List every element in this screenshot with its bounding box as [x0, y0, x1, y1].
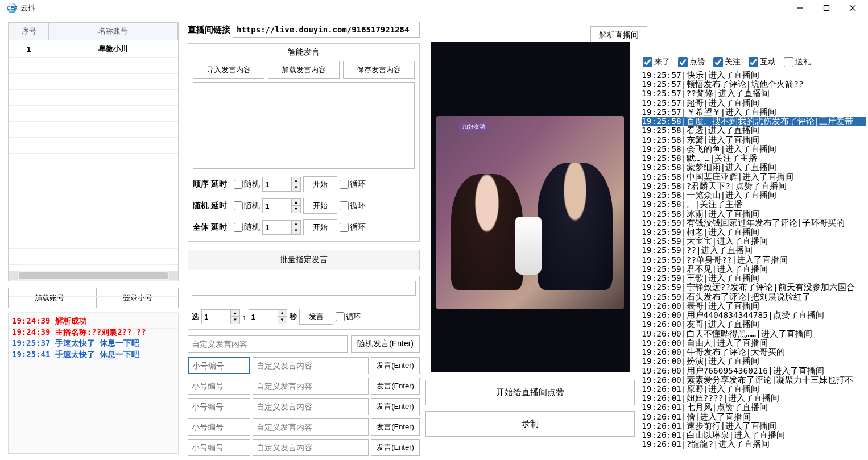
feed-row[interactable]: 19:26:00|自由人|进入了直播间 — [642, 338, 866, 347]
feed-row[interactable]: 19:25:58|蒙梦细雨|进入了直播间 — [642, 163, 866, 172]
feed-row[interactable]: 19:26:01|原野|进入了直播间 — [642, 384, 866, 393]
sub-speak-button[interactable]: 发言(Enter) — [371, 378, 420, 395]
spin-up-icon[interactable]: ▲ — [230, 310, 239, 317]
random-speak-button[interactable]: 随机发言(Enter) — [351, 335, 420, 353]
sub-number-input[interactable] — [188, 398, 250, 415]
save-content-button[interactable]: 保存发言内容 — [343, 61, 415, 79]
feed-row[interactable]: 19:25:58|冰雨|进入了直播间 — [642, 209, 866, 218]
spin-down-icon[interactable]: ▼ — [278, 317, 287, 324]
feed-row[interactable]: 19:25:57|??梵修|进入了直播间 — [642, 89, 866, 98]
loop-checkbox[interactable] — [340, 180, 349, 189]
sub-speak-button[interactable]: 发言(Enter) — [371, 418, 420, 436]
feed-row[interactable]: 19:26:00|素素爱分享发布了评论|凝聚力十三妹也打不 — [642, 375, 866, 384]
sub-speak-button[interactable]: 发言(Enter) — [371, 439, 420, 456]
sub-content-input[interactable] — [253, 418, 369, 436]
delay-value-input[interactable] — [263, 221, 291, 234]
feed-row[interactable]: 19:25:59|有钱没钱回家过年发布了评论|子环哥买的 — [642, 218, 866, 227]
feed-row[interactable]: 19:25:57|超哥|进入了直播间 — [642, 98, 866, 107]
filter-checkbox[interactable] — [749, 57, 758, 67]
filter-option[interactable]: 关注 — [713, 57, 741, 67]
feed-row[interactable]: 19:26:00|扮演|进入了直播间 — [642, 357, 866, 366]
feed-row[interactable]: 19:25:58|默… …|关注了主播 — [642, 154, 866, 163]
feed-row[interactable]: 19:26:00|友哥|进入了直播间 — [642, 320, 866, 329]
feed-row[interactable]: 19:25:57|快乐|进入了直播间 — [642, 71, 866, 80]
feed-row[interactable]: 19:26:00|表哥|进入了直播间 — [642, 301, 866, 310]
loop-checkbox[interactable] — [340, 223, 349, 232]
random-checkbox[interactable] — [234, 180, 243, 189]
select-spin-1[interactable] — [202, 310, 230, 324]
spin-down-icon[interactable]: ▼ — [291, 184, 300, 191]
spin-up-icon[interactable]: ▲ — [291, 221, 300, 227]
feed-row[interactable]: 19:25:59|大宝宝|进入了直播间 — [642, 237, 866, 246]
sub-speak-button[interactable]: 发言(Enter) — [371, 398, 420, 415]
feed-row[interactable]: 19:26:00|用户4404834344785|点赞了直播间 — [642, 310, 866, 320]
feed-row[interactable]: 19:25:58|百度。搜不到我的悲伤发布了评论|三斤爱带 — [642, 117, 866, 126]
event-feed[interactable]: 19:25:57|快乐|进入了直播间19:25:57|顿悟发布了评论|坑他个火箭… — [642, 71, 866, 460]
feed-row[interactable]: 19:25:58|中国棐庄亚辉|进入了直播间 — [642, 172, 866, 181]
speak-button[interactable]: 发言 — [299, 309, 333, 325]
filter-checkbox[interactable] — [643, 57, 652, 67]
feed-row[interactable]: 19:25:58|一览众山|进入了直播间 — [642, 190, 866, 200]
minimize-button[interactable] — [787, 0, 813, 16]
start-like-button[interactable]: 开始给直播间点赞 — [425, 380, 635, 405]
random-checkbox[interactable] — [234, 223, 243, 232]
feed-row[interactable]: 19:25:59|石头发布了评论|把刘晨说脸红了 — [642, 292, 866, 301]
sub-number-input[interactable] — [188, 357, 250, 374]
feed-row[interactable]: 19:25:59|王歌|进入了直播间 — [642, 273, 866, 283]
start-button[interactable]: 开始 — [303, 176, 337, 192]
custom-content-input[interactable] — [188, 335, 348, 353]
record-button[interactable]: 录制 — [425, 411, 635, 437]
feed-row[interactable]: 19:25:59|君不见|进入了直播间 — [642, 264, 866, 273]
filter-option[interactable]: 互动 — [749, 57, 776, 67]
feed-row[interactable]: 19:26:00|牛哥发布了评论|大哥买的 — [642, 347, 866, 357]
feed-row[interactable]: 19:25:59|柯老|进入了直播间 — [642, 227, 866, 237]
load-content-button[interactable]: 加载发言内容 — [268, 61, 340, 79]
feed-row[interactable]: 19:25:57|顿悟发布了评论|坑他个火箭?? — [642, 80, 866, 89]
table-row[interactable]: 1卑微小川 — [9, 40, 178, 58]
feed-row[interactable]: 19:25:58|东篱|进入了直播间 — [642, 135, 866, 144]
spin-down-icon[interactable]: ▼ — [291, 227, 300, 234]
feed-row[interactable]: 19:26:01|妞妞????|进入了直播间 — [642, 393, 866, 403]
filter-checkbox[interactable] — [784, 57, 793, 67]
feed-row[interactable]: 19:26:00|白天不懂晔得黑……|进入了直播间 — [642, 329, 866, 338]
sub-content-input[interactable] — [253, 398, 369, 415]
filter-option[interactable]: 点赞 — [678, 57, 705, 67]
feed-row[interactable]: 19:26:00|用户7660954360216|进入了直播间 — [642, 366, 866, 375]
sub-number-input[interactable] — [188, 378, 250, 395]
spin-down-icon[interactable]: ▼ — [230, 317, 239, 324]
sub-content-input[interactable] — [253, 378, 369, 395]
start-button[interactable]: 开始 — [303, 198, 337, 214]
sub-content-input[interactable] — [253, 357, 369, 374]
maximize-button[interactable] — [813, 0, 840, 16]
feed-row[interactable]: 19:25:58|?君麟天下?|点赞了直播间 — [642, 181, 866, 190]
spin-up-icon[interactable]: ▲ — [291, 199, 300, 206]
feed-row[interactable]: 19:25:57|￥希望￥|进入了直播间 — [642, 107, 866, 117]
import-content-button[interactable]: 导入发言内容 — [193, 61, 264, 79]
spin-up-icon[interactable]: ▲ — [291, 177, 300, 184]
sub-speak-button[interactable]: 发言(Enter) — [371, 357, 420, 374]
select-spin-2[interactable] — [249, 310, 278, 324]
sub-content-input[interactable] — [253, 439, 369, 456]
feed-row[interactable]: 19:25:59|??|进入了直播间 — [642, 246, 866, 255]
feed-row[interactable]: 19:25:59|宁静致远??发布了评论|前天有没参加六国合 — [642, 283, 866, 292]
filter-option[interactable]: 送礼 — [784, 57, 811, 67]
batch-speak-button[interactable]: 批量指定发言 — [188, 250, 420, 270]
feed-row[interactable]: 19:25:58|。|关注了主播 — [642, 200, 866, 209]
random-checkbox[interactable] — [234, 201, 243, 210]
close-button[interactable] — [840, 0, 866, 16]
start-button[interactable]: 开始 — [303, 219, 337, 235]
spin-up-icon[interactable]: ▲ — [278, 310, 287, 317]
feed-row[interactable]: 19:25:59|??单身哥??|进入了直播间 — [642, 255, 866, 264]
feed-row[interactable]: 19:26:01|?龍龍?|进入了直播间 — [642, 440, 866, 449]
filter-checkbox[interactable] — [678, 57, 688, 67]
loop-checkbox[interactable] — [340, 201, 349, 210]
feed-row[interactable]: 19:25:58|会飞的鱼|进入了直播间 — [642, 144, 866, 154]
feed-row[interactable]: 19:26:01|僧|进入了直播间 — [642, 412, 866, 421]
select-empty-input[interactable] — [192, 281, 416, 296]
feed-row[interactable]: 19:26:01|七月风|点赞了直播间 — [642, 403, 866, 412]
spin-down-icon[interactable]: ▼ — [291, 206, 300, 213]
feed-row[interactable]: 19:26:01|白山以琳泉|进入了直播间 — [642, 430, 866, 440]
sub-number-input[interactable] — [188, 439, 250, 456]
filter-option[interactable]: 来了 — [643, 57, 670, 67]
feed-row[interactable]: 19:25:58|看透|进入了直播间 — [642, 126, 866, 135]
